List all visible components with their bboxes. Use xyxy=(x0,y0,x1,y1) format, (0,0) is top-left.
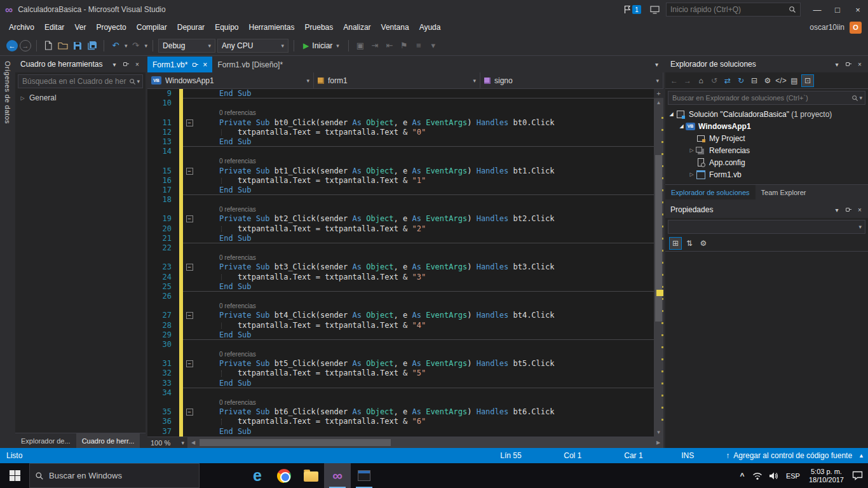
close-icon[interactable]: × xyxy=(854,58,865,70)
solution-configuration-combo[interactable]: Debug ▾ xyxy=(158,39,215,53)
bookmark-icon[interactable]: ⚑ xyxy=(398,39,410,52)
code-text[interactable]: Private Sub bt1_Click(sender As Object, … xyxy=(196,166,654,176)
undo-button[interactable]: ↶ xyxy=(109,39,122,52)
save-button[interactable] xyxy=(71,39,84,52)
line-number[interactable]: 34 xyxy=(147,388,179,398)
scrollbar-thumb[interactable] xyxy=(655,155,662,322)
line-number[interactable]: 13 xyxy=(147,137,179,147)
window-position-icon[interactable]: ▾ xyxy=(831,204,843,215)
network-icon[interactable] xyxy=(750,471,764,480)
language-indicator[interactable]: ESP xyxy=(783,472,803,480)
chrome-icon[interactable] xyxy=(271,463,297,488)
fold-collapse-marker[interactable]: − xyxy=(186,409,193,416)
scroll-up-icon[interactable]: ▲ xyxy=(654,98,663,107)
bottom-tab-explorador[interactable]: Explorador de... xyxy=(15,433,76,448)
scroll-left-icon[interactable]: ◀ xyxy=(188,440,198,445)
code-text[interactable]: 0 referencias xyxy=(196,108,654,118)
menu-analizar[interactable]: Analizar xyxy=(338,20,376,34)
code-text[interactable] xyxy=(196,292,654,301)
line-number[interactable]: 18 xyxy=(147,195,179,205)
line-number[interactable]: 29 xyxy=(147,330,179,340)
redo-dropdown-icon[interactable]: ▾ xyxy=(145,43,148,49)
editor-split-handle[interactable]: + xyxy=(654,89,663,98)
add-to-source-control-button[interactable]: ↑ Agregar al control de código fuente xyxy=(726,451,858,460)
code-text[interactable]: 0 referencias xyxy=(196,253,654,262)
pin-icon[interactable] xyxy=(843,58,854,70)
signed-in-user[interactable]: oscar10iin xyxy=(810,23,844,32)
visual-studio-taskbar-icon[interactable]: ∞ xyxy=(324,463,351,488)
tree-expander-icon[interactable]: ◢ xyxy=(678,123,685,129)
pending-changes-filter-icon[interactable]: ↺ xyxy=(708,74,721,87)
code-text[interactable] xyxy=(196,243,654,253)
minimize-button[interactable]: — xyxy=(807,2,827,17)
document-list-chevron-icon[interactable]: ▾ xyxy=(650,61,663,68)
collapse-all-icon[interactable]: ⊟ xyxy=(748,74,761,87)
properties-header[interactable]: Propiedades ▾ × xyxy=(665,201,868,218)
line-number[interactable]: 23 xyxy=(147,262,179,272)
feedback-icon[interactable] xyxy=(650,6,660,14)
step-over-icon[interactable]: ⇥ xyxy=(369,39,381,52)
scrollbar-thumb[interactable] xyxy=(200,439,391,446)
open-file-button[interactable] xyxy=(57,39,69,52)
properties-grid[interactable] xyxy=(665,252,868,448)
toolbox-search-input[interactable]: Búsqueda en el Cuadro de her ▾ xyxy=(18,74,143,88)
sync-with-active-document-icon[interactable]: ⇄ xyxy=(721,74,734,87)
menu-proyecto[interactable]: Proyecto xyxy=(91,20,131,34)
code-text[interactable]: txtpantalla.Text = txtpantalla.Text & "2… xyxy=(196,224,654,234)
menu-ver[interactable]: Ver xyxy=(69,20,91,34)
home-icon[interactable]: ⌂ xyxy=(695,74,707,87)
new-file-button[interactable] xyxy=(42,39,55,52)
code-text[interactable]: 0 referencias xyxy=(196,205,654,214)
maximize-button[interactable]: □ xyxy=(827,2,848,17)
window-position-icon[interactable]: ▾ xyxy=(831,58,843,70)
code-text[interactable]: txtpantalla.Text = txtpantalla.Text & "4… xyxy=(196,321,654,330)
code-text[interactable] xyxy=(196,147,654,156)
code-text[interactable]: Private Sub bt0_Click(sender As Object, … xyxy=(196,118,654,128)
code-text[interactable]: Private Sub bt4_Click(sender As Object, … xyxy=(196,311,654,320)
pin-icon[interactable] xyxy=(120,58,132,70)
tree-expander-icon[interactable]: ▷ xyxy=(688,172,695,177)
line-number[interactable]: 25 xyxy=(147,282,179,292)
code-text[interactable]: Private Sub bt5_Click(sender As Object, … xyxy=(196,359,654,369)
toolbar-overflow-icon[interactable]: ▾ xyxy=(427,39,440,52)
alphabetical-icon[interactable]: ⇅ xyxy=(683,237,696,250)
line-number[interactable]: 26 xyxy=(147,292,179,301)
code-text[interactable]: txtpantalla.Text = txtpantalla.Text & "5… xyxy=(196,369,654,378)
code-text[interactable]: End Sub xyxy=(196,186,654,195)
code-text[interactable] xyxy=(196,340,654,349)
line-number[interactable]: 16 xyxy=(147,176,179,186)
tab-solution-explorer[interactable]: Explorador de soluciones xyxy=(665,185,756,200)
code-text[interactable]: Private Sub bt3_Click(sender As Object, … xyxy=(196,262,654,272)
show-all-files-icon[interactable]: ▤ xyxy=(788,74,801,87)
horizontal-scrollbar[interactable]: ◀ ▶ xyxy=(188,437,663,448)
line-number[interactable]: 31 xyxy=(147,359,179,369)
volume-icon[interactable] xyxy=(767,471,781,480)
zoom-control[interactable]: 100 % ▾ xyxy=(147,437,188,448)
line-number[interactable]: 11 xyxy=(147,118,179,128)
tab-form1-vb-designer[interactable]: Form1.vb [Diseño]* xyxy=(212,57,288,72)
scroll-right-icon[interactable]: ▶ xyxy=(653,440,663,445)
edge-icon[interactable]: e xyxy=(244,463,271,488)
tab-form1-vb[interactable]: Form1.vb* × xyxy=(147,57,212,72)
scroll-down-icon[interactable]: ▼ xyxy=(654,428,663,437)
code-text[interactable]: txtpantalla.Text = txtpantalla.Text & "0… xyxy=(196,128,654,137)
line-number[interactable]: 17 xyxy=(147,186,179,195)
code-editor[interactable]: 9End Sub100 referencias11−Private Sub bt… xyxy=(147,89,663,437)
menu-ventana[interactable]: Ventana xyxy=(376,20,414,34)
code-text[interactable]: 0 referencias xyxy=(196,301,654,311)
bottom-tab-cuadro-herramientas[interactable]: Cuadro de herr... xyxy=(76,433,140,448)
line-number[interactable]: 20 xyxy=(147,224,179,234)
line-number[interactable]: 10 xyxy=(147,98,179,108)
line-number[interactable]: 33 xyxy=(147,379,179,388)
line-number[interactable]: 35 xyxy=(147,407,179,417)
type-dropdown[interactable]: form1 ▾ xyxy=(314,72,480,88)
code-text[interactable]: txtpantalla.Text = txtpantalla.Text & "6… xyxy=(196,417,654,426)
data-sources-tab[interactable]: Orígenes de datos xyxy=(0,56,15,448)
line-number[interactable]: 36 xyxy=(147,417,179,426)
tree-item[interactable]: ▷Form1.vb xyxy=(665,168,868,180)
taskbar-clock[interactable]: 5:03 p. m. 18/10/2017 xyxy=(805,468,848,484)
line-number[interactable]: 28 xyxy=(147,321,179,330)
solution-explorer-search-input[interactable]: Buscar en Explorador de soluciones (Ctrl… xyxy=(668,91,865,105)
code-text[interactable]: End Sub xyxy=(196,137,654,147)
fold-collapse-marker[interactable]: − xyxy=(186,119,193,126)
